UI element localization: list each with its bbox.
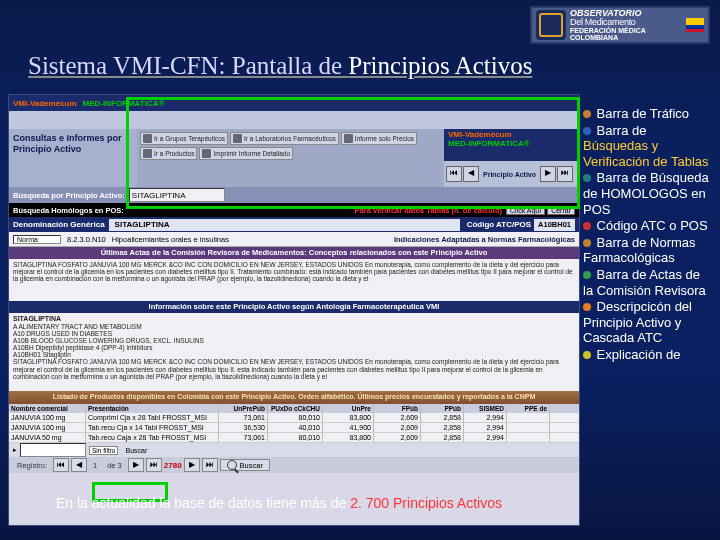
sin-filtro-button[interactable]: Sin filtro: [89, 446, 118, 455]
verificar-row: Búsqueda Homólogos en POS: Para verifica…: [9, 203, 579, 217]
products-table: Nombre comercial Presentación UnPrePúb P…: [9, 404, 579, 443]
side-legend: Barra de Tráfico Barra de Búsquedas y Ve…: [583, 106, 713, 364]
actas-text: SITAGLIPTINA FOSFATO JANUVIA 100 MG MERC…: [9, 259, 579, 301]
informe-button[interactable]: Informe solo Precios: [341, 132, 417, 145]
filter-row: ▸ Sin filtro Buscar: [9, 443, 579, 457]
bullet-icon: [583, 351, 591, 359]
registro-label: Registro:: [13, 461, 51, 470]
legend-item: Barra de Normas Farmacológicas: [583, 235, 713, 266]
caption-a: En la actualidad la base de datos tiene …: [56, 495, 350, 511]
product-icon: [143, 149, 152, 158]
bullet-icon: [583, 239, 591, 247]
denom-value: SITAGLIPTINA: [109, 219, 460, 231]
rec-next-icon[interactable]: ▶: [128, 458, 144, 472]
bullet-icon: [583, 303, 591, 311]
busqueda-label: Búsqueda por Principio Activo:: [13, 191, 125, 200]
homologos-label: Búsqueda Homólogos en POS:: [9, 206, 351, 215]
legend-item: Barra de Tráfico: [583, 106, 713, 122]
listado-band: Listado de Productos disponibles en Colo…: [9, 391, 579, 404]
vmi-label: VMI-Vademécum: [13, 99, 77, 108]
group-icon: [143, 134, 152, 143]
total-count: 2780: [164, 461, 182, 470]
nav-label: Principio Activo: [480, 171, 539, 178]
nav-first-icon[interactable]: ⏮: [446, 166, 462, 182]
spacer: [9, 111, 579, 129]
slide-title: Sistema VMI-CFN: Pantalla de Principios …: [28, 52, 532, 80]
atc-label: Código ATC/POS: [464, 220, 534, 229]
nav-prev-icon[interactable]: ◀: [463, 166, 479, 182]
legend-item: Explicación de: [583, 347, 713, 363]
imprimir-button[interactable]: Imprimir Informe Detallado: [199, 147, 293, 160]
med-informatica-label: MED-INFORMATICA®: [83, 99, 165, 108]
lab-icon: [233, 134, 242, 143]
legend-item: Código ATC o POS: [583, 218, 713, 234]
report-icon: [344, 134, 353, 143]
filter-icon: ▸: [13, 446, 17, 454]
denom-label: Denominación Genérica: [9, 220, 109, 229]
caption-b: 2. 700 Principios Activos: [350, 495, 502, 511]
rec-last-icon[interactable]: ⏭: [146, 458, 162, 472]
logo-line3: FEDERACIÓN MÉDICA COLOMBIANA: [570, 27, 682, 41]
legend-item: Descripcicón del Principio Activo y Casc…: [583, 299, 713, 346]
norma-code: 8.2.3.0.N10: [67, 235, 106, 244]
toolbar-buttons: Ir a Grupos Terapéuticos Ir a Laboratori…: [137, 129, 444, 187]
info-text: SITAGLIPTINA A ALIMENTARY TRACT AND META…: [9, 313, 579, 391]
legend-item: Barra de Actas de la Comisión Revisora: [583, 267, 713, 298]
vmi-logo-small: VMI-Vademécum MED-INFORMATICA®: [444, 129, 579, 161]
click-aqui-button[interactable]: Click Aquí: [506, 206, 545, 215]
nav-next-icon[interactable]: ▶: [540, 166, 556, 182]
cerrar-button[interactable]: Cerrar: [547, 206, 575, 215]
caption: En la actualidad la base de datos tiene …: [56, 495, 502, 511]
buscar-button[interactable]: Buscar: [220, 459, 270, 471]
legend-item: Barra de Búsquedas y Verificación de Tab…: [583, 123, 713, 170]
rec-of: de 3: [103, 461, 126, 470]
record-nav: Registro: ⏮ ◀ 1 de 3 ▶ ⏭ 2780 ▶ ⏭ Buscar: [9, 457, 579, 473]
rec-prev-icon[interactable]: ◀: [71, 458, 87, 472]
atc-value: A10BH01: [534, 219, 575, 231]
bullet-icon: [583, 174, 591, 182]
lab-button[interactable]: Ir a Laboratorios Farmacéuticos: [230, 132, 339, 145]
title-part-a: Sistema VMI-CFN: Pantalla de: [28, 52, 348, 79]
productos-button[interactable]: Ir a Productos: [140, 147, 197, 160]
logo-line2: Del Medicamento: [570, 18, 682, 27]
consultas-label: Consultas e Informes por Principio Activ…: [9, 129, 137, 187]
buscar-link[interactable]: Buscar: [125, 447, 147, 454]
indicaciones-label: Indicaciones Adaptadas a Normas Farmacol…: [394, 235, 575, 244]
norma-select[interactable]: Norma: [13, 235, 61, 244]
rec-first-icon[interactable]: ⏮: [53, 458, 69, 472]
denominacion-row: Denominación Genérica SITAGLIPTINA Códig…: [9, 217, 579, 232]
table-row[interactable]: JANUVIA 100 mgTab.recu Cja x 14 Tabl FRO…: [9, 423, 579, 433]
bullet-icon: [583, 271, 591, 279]
logo-badge-icon: [536, 10, 566, 40]
search-row: Búsqueda por Principio Activo:: [9, 187, 579, 203]
filter-input[interactable]: [20, 443, 86, 457]
nav-last-icon[interactable]: ⏭: [557, 166, 573, 182]
consulta-header: Consultas e Informes por Principio Activ…: [9, 129, 579, 187]
legend-item: Barra de Búsqueda de HOMOLOGOS en POS: [583, 170, 713, 217]
title-part-b: Principios Activos: [348, 52, 532, 79]
rec-pos: 1: [89, 461, 101, 470]
search-icon: [227, 460, 237, 470]
norma-row: Norma 8.2.3.0.N10 Hipoalicemiantes orale…: [9, 232, 579, 247]
info-band: Información sobre este Principio Activo …: [9, 301, 579, 313]
table-row[interactable]: JANUVIA 50 mgTab.recu Caja x 28 Tab FROS…: [9, 433, 579, 443]
grupos-button[interactable]: Ir a Grupos Terapéuticos: [140, 132, 228, 145]
rec-last2-icon[interactable]: ⏭: [202, 458, 218, 472]
table-header: Nombre comercial Presentación UnPrePúb P…: [9, 404, 579, 413]
table-row[interactable]: JANUVIA 100 mgComprimi Cja x 28 Tabl FRO…: [9, 413, 579, 423]
norma-desc: Hipoalicemiantes orales e insulinas: [112, 235, 229, 244]
app-screenshot: VMI-Vademécum MED-INFORMATICA® Consultas…: [8, 94, 580, 526]
print-icon: [202, 149, 211, 158]
colombia-flag-icon: [686, 18, 704, 32]
busqueda-input[interactable]: [129, 188, 225, 202]
bullet-icon: [583, 110, 591, 118]
vmi-titlebar: VMI-Vademécum MED-INFORMATICA®: [9, 95, 579, 111]
actas-band: Últimas Actas de la Comisión Revisora de…: [9, 247, 579, 259]
rec-next2-icon[interactable]: ▶: [184, 458, 200, 472]
verificar-text: Para verificar datos Tablas (h. de cálcu…: [351, 206, 506, 215]
header-logo: OBSERVATORIO Del Medicamento FEDERACIÓN …: [530, 6, 710, 44]
bullet-icon: [583, 127, 591, 135]
bullet-icon: [583, 222, 591, 230]
principio-activo-nav: ⏮ ◀ Principio Activo ▶ ⏭: [444, 161, 579, 187]
